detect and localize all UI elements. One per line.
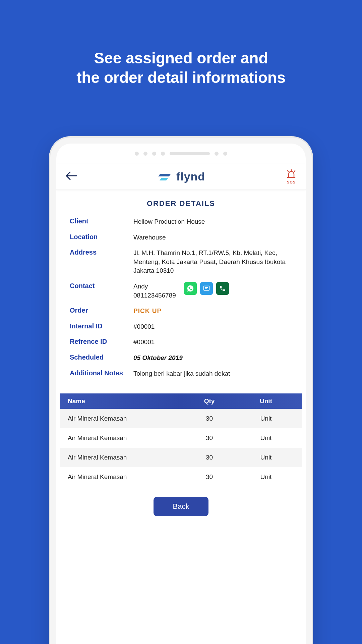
label-contact: Contact (70, 282, 133, 300)
cell-name: Air Mineral Kemasan (68, 415, 181, 422)
cell-name: Air Mineral Kemasan (68, 434, 181, 442)
cell-qty: 30 (181, 473, 238, 481)
label-address: Address (70, 249, 133, 275)
col-header-qty: Qty (181, 397, 238, 405)
contact-phone: 081123456789 (133, 291, 176, 300)
promo-line2: the order detail informations (13, 68, 349, 88)
sos-label: SOS (287, 180, 296, 184)
label-location: Location (70, 233, 133, 242)
row-scheduled: Scheduled 05 Oktober 2019 (70, 350, 292, 366)
value-internal-id: #00001 (133, 322, 155, 331)
row-location: Location Warehouse (70, 230, 292, 246)
promo-heading: See assigned order and the order detail … (0, 49, 362, 87)
col-header-unit: Unit (238, 397, 294, 405)
back-arrow-icon[interactable] (66, 171, 77, 182)
brand-logo-block: flynd (158, 170, 205, 183)
cell-qty: 30 (181, 454, 238, 461)
cell-name: Air Mineral Kemasan (68, 473, 181, 481)
label-notes: Additional Notes (70, 369, 133, 378)
app-header: flynd SOS (56, 164, 306, 190)
svg-rect-0 (204, 286, 209, 290)
items-header-row: Name Qty Unit (60, 393, 302, 409)
promo-line1: See assigned order and (13, 49, 349, 68)
contact-name: Andy (133, 282, 176, 291)
value-client: Hellow Production House (133, 217, 205, 226)
cell-qty: 30 (181, 415, 238, 422)
row-address: Address Jl. M.H. Thamrin No.1, RT.1/RW.5… (70, 245, 292, 279)
items-body: Air Mineral Kemasan30UnitAir Mineral Kem… (60, 409, 302, 487)
value-order-type: PICK UP (133, 307, 162, 316)
row-internal-id: Internal ID #00001 (70, 319, 292, 335)
phone-screen: flynd SOS ORDER DETAILS Client Hellow Pr… (56, 144, 306, 644)
cell-unit: Unit (238, 473, 294, 481)
value-address: Jl. M.H. Thamrin No.1, RT.1/RW.5, Kb. Me… (133, 249, 292, 275)
brand-name: flynd (176, 170, 205, 183)
row-contact: Contact Andy 081123456789 (70, 279, 292, 303)
label-order: Order (70, 307, 133, 316)
cell-unit: Unit (238, 415, 294, 422)
label-scheduled: Scheduled (70, 354, 133, 363)
cell-unit: Unit (238, 434, 294, 442)
order-details: Client Hellow Production House Location … (56, 214, 306, 381)
cell-qty: 30 (181, 434, 238, 442)
value-reference-id: #00001 (133, 338, 155, 347)
items-table: Name Qty Unit Air Mineral Kemasan30UnitA… (56, 393, 306, 487)
row-order: Order PICK UP (70, 303, 292, 319)
col-header-name: Name (68, 397, 181, 405)
whatsapp-icon[interactable] (184, 282, 197, 295)
cell-unit: Unit (238, 454, 294, 461)
value-contact: Andy 081123456789 (133, 282, 229, 300)
label-reference-id: Refrence ID (70, 338, 133, 347)
sos-button[interactable]: SOS (286, 169, 296, 184)
value-scheduled: 05 Oktober 2019 (133, 354, 183, 363)
row-notes: Additional Notes Tolong beri kabar jika … (70, 366, 292, 382)
back-button[interactable]: Back (154, 497, 209, 516)
alarm-icon (286, 169, 296, 179)
message-icon[interactable] (200, 282, 213, 295)
table-row: Air Mineral Kemasan30Unit (60, 409, 302, 428)
page-title: ORDER DETAILS (56, 190, 306, 214)
brand-mark-icon (158, 171, 173, 182)
value-notes: Tolong beri kabar jika sudah dekat (133, 369, 230, 378)
phone-icon[interactable] (216, 282, 229, 295)
row-reference-id: Refrence ID #00001 (70, 334, 292, 350)
cell-name: Air Mineral Kemasan (68, 454, 181, 461)
label-client: Client (70, 217, 133, 226)
table-row: Air Mineral Kemasan30Unit (60, 428, 302, 448)
value-location: Warehouse (133, 233, 166, 242)
phone-frame: flynd SOS ORDER DETAILS Client Hellow Pr… (50, 138, 312, 644)
row-client: Client Hellow Production House (70, 214, 292, 230)
table-row: Air Mineral Kemasan30Unit (60, 448, 302, 467)
phone-sensor-bar (56, 144, 306, 164)
label-internal-id: Internal ID (70, 322, 133, 331)
contact-actions (184, 282, 229, 295)
table-row: Air Mineral Kemasan30Unit (60, 467, 302, 487)
